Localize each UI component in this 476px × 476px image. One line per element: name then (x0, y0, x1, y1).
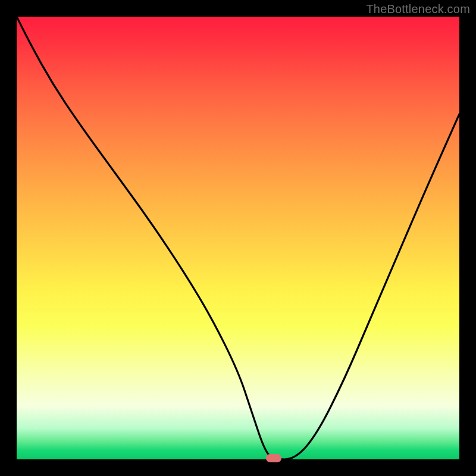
watermark-text: TheBottleneck.com (366, 2, 470, 16)
plot-area (17, 17, 459, 459)
chart-frame: TheBottleneck.com (0, 0, 476, 476)
curve-path (17, 17, 459, 459)
bottleneck-curve (17, 17, 459, 459)
optimum-marker (266, 454, 281, 462)
